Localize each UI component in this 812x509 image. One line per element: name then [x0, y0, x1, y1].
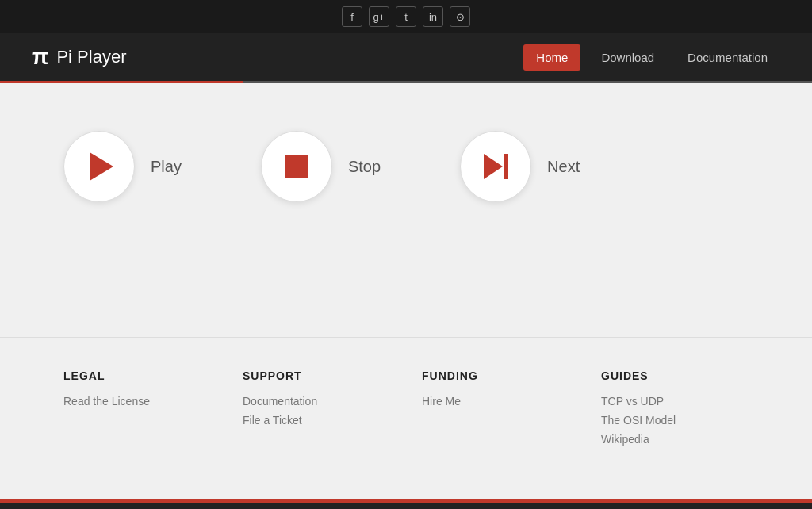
social-bar: f g+ t in ⊙ [0, 0, 812, 33]
footer-guides-link-0[interactable]: TCP vs UDP [601, 395, 749, 408]
play-label: Play [151, 158, 182, 176]
brand-name: Pi Player [56, 47, 126, 67]
next-icon [484, 154, 508, 179]
pi-symbol: π [32, 44, 48, 70]
footer-legal-heading: LEGAL [63, 369, 211, 382]
next-control: Next [460, 131, 580, 202]
next-button[interactable] [460, 131, 531, 202]
next-label: Next [547, 158, 580, 176]
footer-support-heading: SUPPORT [243, 369, 390, 382]
github-icon[interactable]: ⊙ [450, 6, 470, 27]
footer-content: LEGAL Read the License SUPPORT Documenta… [0, 337, 812, 499]
footer-support: SUPPORT Documentation File a Ticket [243, 369, 390, 452]
footer-guides-link-1[interactable]: The OSI Model [601, 414, 749, 427]
next-bar [504, 154, 508, 179]
controls-row: Play Stop Next [63, 131, 749, 202]
footer-funding-link-0[interactable]: Hire Me [422, 395, 569, 408]
next-triangle [484, 154, 503, 179]
main-content: Play Stop Next [0, 83, 812, 337]
play-control: Play [63, 131, 182, 202]
nav-download[interactable]: Download [588, 44, 667, 71]
stop-label: Stop [348, 158, 381, 176]
footer-funding: FUNDING Hire Me [422, 369, 569, 452]
play-button[interactable] [63, 131, 135, 202]
footer-funding-heading: FUNDING [422, 369, 569, 382]
brand: π Pi Player [32, 44, 523, 70]
navbar-nav: Home Download Documentation [523, 44, 780, 71]
footer-support-link-1[interactable]: File a Ticket [243, 414, 390, 427]
navbar: π Pi Player Home Download Documentation [0, 33, 812, 81]
footer-support-link-0[interactable]: Documentation [243, 395, 390, 408]
linkedin-icon[interactable]: in [423, 6, 443, 27]
stop-icon [285, 155, 308, 178]
stop-button[interactable] [261, 131, 332, 202]
play-icon [90, 152, 113, 181]
footer-guides-heading: GUIDES [601, 369, 749, 382]
footer-legal: LEGAL Read the License [63, 369, 211, 452]
footer-guides-link-2[interactable]: Wikipedia [601, 433, 749, 446]
bottom-footer: Pi Player © 2015-2016 Dan Nagle. Home Ab… [0, 503, 812, 509]
stop-control: Stop [261, 131, 381, 202]
nav-home[interactable]: Home [523, 44, 580, 71]
footer-guides: GUIDES TCP vs UDP The OSI Model Wikipedi… [601, 369, 749, 452]
footer-grid: LEGAL Read the License SUPPORT Documenta… [63, 369, 749, 452]
facebook-icon[interactable]: f [342, 6, 362, 27]
footer-legal-link-0[interactable]: Read the License [63, 395, 211, 408]
googleplus-icon[interactable]: g+ [369, 6, 389, 27]
twitter-icon[interactable]: t [396, 6, 416, 27]
nav-documentation[interactable]: Documentation [675, 44, 780, 71]
